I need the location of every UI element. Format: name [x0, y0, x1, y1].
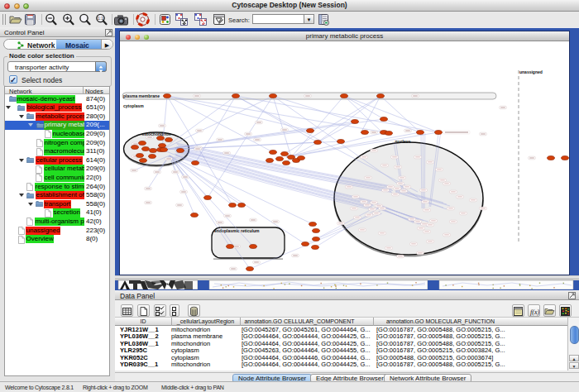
svg-text:mitochondrion: mitochondrion — [142, 131, 171, 136]
svg-text:plasma membrane: plasma membrane — [123, 93, 160, 98]
svg-text:unassigned: unassigned — [519, 69, 543, 74]
svg-text:f(x): f(x) — [530, 308, 539, 316]
svg-text:cytoplasm: cytoplasm — [123, 103, 144, 108]
svg-text:1:1: 1:1 — [98, 16, 103, 21]
svg-text:nucleus: nucleus — [395, 139, 411, 144]
